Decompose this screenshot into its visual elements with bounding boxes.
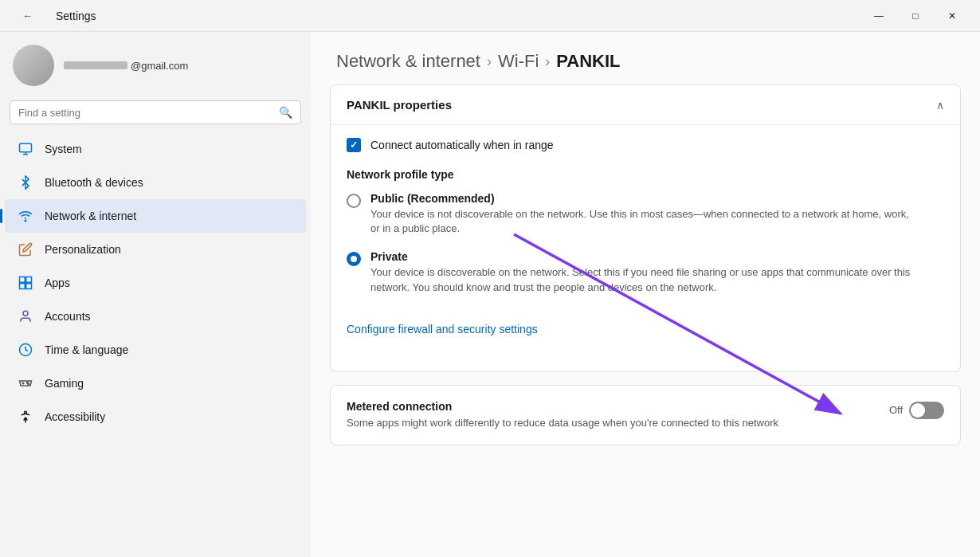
system-icon (18, 141, 33, 157)
metered-title: Metered connection (347, 400, 778, 413)
breadcrumb: Network & internet › Wi-Fi › PANKIL (311, 32, 980, 84)
titlebar-left: ← Settings (10, 3, 96, 29)
sidebar-item-label-gaming: Gaming (45, 377, 84, 390)
sidebar-nav: SystemBluetooth & devicesNetwork & inter… (0, 132, 311, 433)
titlebar: ← Settings — □ ✕ (0, 0, 980, 32)
properties-header[interactable]: PANKIL properties ∧ (331, 85, 960, 125)
search-box: 🔍 (10, 100, 301, 124)
svg-rect-0 (20, 143, 32, 152)
breadcrumb-part1: Network & internet (336, 51, 480, 72)
sidebar-item-label-apps: Apps (45, 277, 70, 289)
accounts-icon (18, 308, 33, 324)
breadcrumb-part2: Wi-Fi (498, 51, 539, 72)
private-radio-option: Private Your device is discoverable on t… (347, 250, 944, 294)
main-content: Network & internet › Wi-Fi › PANKIL PANK… (311, 32, 980, 557)
sidebar-item-label-personalization: Personalization (45, 243, 121, 256)
sidebar-item-accounts[interactable]: Accounts (5, 300, 306, 333)
properties-body: Connect automatically when in range Netw… (331, 125, 960, 371)
metered-toggle-container: Off (889, 402, 944, 419)
svg-point-8 (23, 311, 28, 316)
svg-rect-7 (26, 284, 32, 289)
metered-toggle[interactable] (909, 402, 944, 419)
sidebar-item-gaming[interactable]: Gaming (5, 367, 306, 400)
sidebar-item-label-system: System (45, 143, 82, 155)
private-radio-desc: Your device is discoverable on the netwo… (370, 265, 912, 294)
properties-title: PANKIL properties (347, 98, 452, 112)
connect-auto-label: Connect automatically when in range (370, 139, 554, 151)
user-email-row: @gmail.com (64, 60, 188, 72)
sidebar-item-personalization[interactable]: Personalization (5, 233, 306, 266)
close-button[interactable]: ✕ (934, 3, 970, 29)
public-radio-option: Public (Recommended) Your device is not … (347, 192, 944, 236)
public-radio-title: Public (Recommended) (370, 192, 912, 205)
chevron-up-icon: ∧ (936, 99, 944, 112)
connect-auto-checkbox[interactable] (347, 138, 361, 152)
firewall-link-row: Configure firewall and security settings (347, 309, 944, 355)
private-radio-text: Private Your device is discoverable on t… (370, 250, 912, 294)
censored-name (64, 61, 127, 69)
connect-auto-row: Connect automatically when in range (347, 138, 944, 152)
bluetooth-icon (18, 175, 33, 190)
time-icon (18, 342, 33, 358)
toggle-thumb (911, 403, 925, 418)
sidebar-item-label-accounts: Accounts (45, 310, 91, 323)
user-profile: @gmail.com (0, 32, 311, 96)
avatar (13, 45, 54, 86)
sidebar-item-label-bluetooth: Bluetooth & devices (45, 176, 143, 189)
sidebar-item-system[interactable]: System (5, 132, 306, 166)
gaming-icon (18, 375, 33, 391)
firewall-link[interactable]: Configure firewall and security settings (347, 323, 538, 335)
network-profile-label: Network profile type (347, 168, 944, 181)
sidebar-item-label-network: Network & internet (45, 210, 136, 222)
sidebar-item-accessibility[interactable]: Accessibility (5, 400, 306, 433)
metered-desc: Some apps might work differently to redu… (347, 416, 778, 430)
titlebar-controls: — □ ✕ (860, 3, 970, 29)
sidebar-item-time[interactable]: Time & language (5, 333, 306, 367)
sidebar-item-label-accessibility: Accessibility (45, 410, 105, 423)
public-radio-text: Public (Recommended) Your device is not … (370, 192, 912, 236)
search-icon: 🔍 (279, 106, 292, 119)
public-radio-desc: Your device is not discoverable on the n… (370, 207, 912, 236)
search-input[interactable] (18, 107, 272, 119)
properties-section: PANKIL properties ∧ Connect automaticall… (330, 84, 961, 372)
metered-toggle-label: Off (889, 404, 903, 416)
private-radio-title: Private (370, 250, 912, 263)
svg-point-13 (28, 383, 29, 385)
svg-rect-6 (20, 284, 25, 289)
breadcrumb-sep2: › (545, 53, 550, 70)
svg-rect-5 (26, 277, 32, 283)
sidebar-item-network[interactable]: Network & internet (5, 199, 306, 233)
sidebar: @gmail.com 🔍 SystemBluetooth & devicesNe… (0, 32, 311, 557)
public-radio-button[interactable] (347, 194, 361, 208)
maximize-button[interactable]: □ (897, 3, 934, 29)
sidebar-item-label-time: Time & language (45, 343, 128, 356)
breadcrumb-sep1: › (487, 53, 492, 70)
app-container: @gmail.com 🔍 SystemBluetooth & devicesNe… (0, 32, 980, 557)
private-radio-button[interactable] (347, 252, 361, 266)
apps-icon (18, 275, 33, 291)
network-icon (18, 208, 33, 224)
sidebar-item-bluetooth[interactable]: Bluetooth & devices (5, 166, 306, 199)
metered-row: Metered connection Some apps might work … (347, 400, 944, 430)
svg-point-3 (25, 220, 26, 222)
search-container: 🔍 (0, 96, 311, 132)
app-title: Settings (56, 10, 96, 22)
metered-info: Metered connection Some apps might work … (347, 400, 778, 430)
user-email-suffix: @gmail.com (131, 60, 188, 72)
sidebar-item-apps[interactable]: Apps (5, 266, 306, 300)
svg-rect-4 (20, 277, 25, 283)
personalization-icon (18, 241, 33, 257)
breadcrumb-part3: PANKIL (556, 51, 620, 72)
metered-section: Metered connection Some apps might work … (330, 385, 961, 445)
back-button[interactable]: ← (10, 3, 46, 29)
minimize-button[interactable]: — (860, 3, 897, 29)
accessibility-icon (18, 409, 33, 425)
